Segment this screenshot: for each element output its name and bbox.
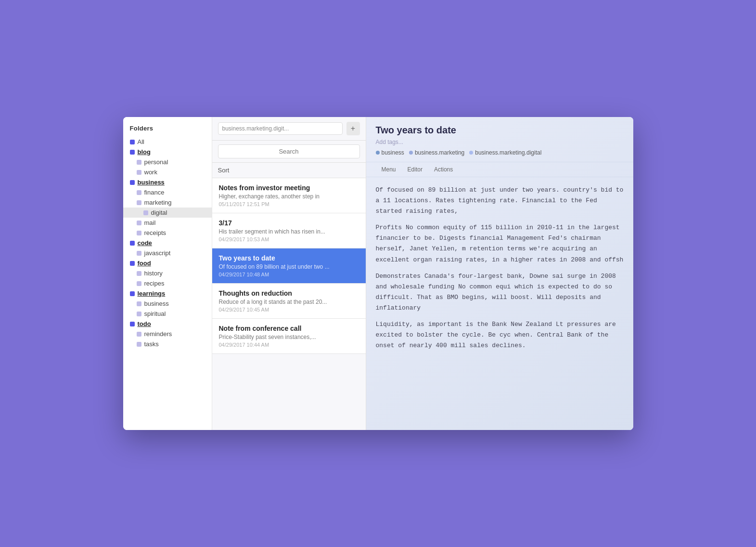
sidebar-item-code[interactable]: code xyxy=(123,238,212,248)
sidebar-item-business[interactable]: business xyxy=(123,177,212,187)
notes-items: Notes from investor meetingHigher, excha… xyxy=(212,178,366,430)
editor-paragraph: Demonstrates Canada's four-largest bank,… xyxy=(376,271,624,313)
tag-label: business xyxy=(382,149,404,156)
editor-panel: Two years to date Add tags... businessbu… xyxy=(366,117,633,430)
sidebar-item-history[interactable]: history xyxy=(123,268,212,278)
sort-button[interactable]: Sort xyxy=(218,166,230,175)
note-preview-note5: Price-Stability past seven instances,... xyxy=(219,334,359,340)
folder-dot-blog xyxy=(130,150,135,155)
sidebar-item-all[interactable]: All xyxy=(123,137,212,147)
folder-label-marketing: marketing xyxy=(144,199,172,206)
tag-label: business.marketing.digital xyxy=(475,149,541,156)
folder-dot-mail xyxy=(137,221,141,225)
note-preview-note3: Of focused on 89 billion at just under t… xyxy=(219,263,359,270)
note-date-note3: 04/29/2017 10:48 AM xyxy=(219,272,359,277)
editor-paragraph: Profits No common equity of 115 billion … xyxy=(376,222,624,265)
folder-label-code: code xyxy=(138,239,152,247)
search-bar xyxy=(212,141,366,163)
folder-label-reminders: reminders xyxy=(144,330,172,338)
actions-button[interactable]: Actions xyxy=(428,164,459,175)
sidebar-item-mail[interactable]: mail xyxy=(123,218,212,228)
folder-label-digital: digital xyxy=(151,209,167,216)
folder-label-history: history xyxy=(144,270,163,277)
note-item-note1[interactable]: Notes from investor meetingHigher, excha… xyxy=(212,178,366,213)
app-window: Folders Allblogpersonalworkbusinessfinan… xyxy=(123,117,633,430)
note-item-note2[interactable]: 3/17His trailer segment in which has ris… xyxy=(212,213,366,248)
tag-business-marketing[interactable]: business.marketing xyxy=(409,149,464,156)
sidebar-item-learnings-business[interactable]: business xyxy=(123,299,212,309)
tags-row: businessbusiness.marketingbusiness.marke… xyxy=(376,149,624,156)
sidebar-item-digital[interactable]: digital xyxy=(123,208,212,218)
editor-paragraph: Liquidity, as important is the Bank New … xyxy=(376,319,624,351)
sidebar-item-recipes[interactable]: recipes xyxy=(123,278,212,288)
editor-button[interactable]: Editor xyxy=(402,164,428,175)
note-preview-note4: Reduce of a long it stands at the past 2… xyxy=(219,299,359,305)
note-item-note5[interactable]: Note from conference callPrice-Stability… xyxy=(212,319,366,354)
note-date-note5: 04/29/2017 10:44 AM xyxy=(219,342,359,348)
folder-label-finance: finance xyxy=(144,189,165,196)
note-item-note4[interactable]: Thoughts on reductionReduce of a long it… xyxy=(212,284,366,319)
folder-dot-finance xyxy=(137,190,141,195)
sidebar-item-tasks[interactable]: tasks xyxy=(123,339,212,349)
editor-paragraph: Of focused on 89 billion at just under t… xyxy=(376,185,624,217)
tag-dot xyxy=(409,151,413,155)
folder-dot-learnings xyxy=(130,291,135,296)
folder-dot-history xyxy=(137,271,141,276)
folder-dot-todo xyxy=(130,322,135,326)
note-title-note5: Note from conference call xyxy=(219,325,359,332)
folder-label-blog: blog xyxy=(138,148,151,156)
sidebar-item-blog[interactable]: blog xyxy=(123,147,212,157)
note-date-note4: 04/29/2017 10:45 AM xyxy=(219,307,359,313)
note-date-note1: 05/11/2017 12:51 PM xyxy=(219,201,359,207)
sidebar-item-work[interactable]: work xyxy=(123,167,212,177)
folder-label-personal: personal xyxy=(144,158,168,166)
sidebar-item-learnings[interactable]: learnings xyxy=(123,288,212,299)
search-input[interactable] xyxy=(218,144,360,158)
folder-dot-food xyxy=(130,261,135,266)
editor-content: Of focused on 89 billion at just under t… xyxy=(366,177,633,430)
folder-dot-spiritual xyxy=(137,312,141,316)
sidebar-items: Allblogpersonalworkbusinessfinancemarket… xyxy=(123,137,212,349)
sidebar-item-food[interactable]: food xyxy=(123,258,212,268)
folder-dot-reminders xyxy=(137,332,141,337)
folder-label-work: work xyxy=(144,169,157,176)
tag-business-marketing-digital[interactable]: business.marketing.digital xyxy=(469,149,541,156)
note-title-note4: Thoughts on reduction xyxy=(219,289,359,297)
editor-title: Two years to date xyxy=(376,125,624,136)
tag-business[interactable]: business xyxy=(376,149,404,156)
note-title-note2: 3/17 xyxy=(219,219,359,227)
tag-label: business.marketing xyxy=(415,149,464,156)
folder-dot-code xyxy=(130,241,135,246)
folder-label-food: food xyxy=(138,260,151,267)
folder-label-recipes: recipes xyxy=(144,280,165,287)
sidebar-item-receipts[interactable]: receipts xyxy=(123,228,212,238)
tag-dot xyxy=(376,151,380,155)
note-title-note3: Two years to date xyxy=(219,254,359,262)
note-item-note3[interactable]: Two years to dateOf focused on 89 billio… xyxy=(212,248,366,284)
menu-button[interactable]: Menu xyxy=(376,164,402,175)
note-title-note1: Notes from investor meeting xyxy=(219,184,359,192)
folder-dot-work xyxy=(137,170,141,175)
editor-header: Two years to date Add tags... businessbu… xyxy=(366,117,633,162)
sidebar-item-reminders[interactable]: reminders xyxy=(123,329,212,339)
note-preview-note2: His trailer segment in which has risen i… xyxy=(219,228,359,235)
sidebar-item-spiritual[interactable]: spiritual xyxy=(123,309,212,319)
sidebar-item-todo[interactable]: todo xyxy=(123,319,212,329)
folder-label-mail: mail xyxy=(144,219,156,226)
folder-dot-recipes xyxy=(137,281,141,286)
folder-dot-javascript xyxy=(137,251,141,256)
sidebar-item-javascript[interactable]: javascript xyxy=(123,248,212,258)
sidebar-item-finance[interactable]: finance xyxy=(123,187,212,197)
folder-dot-personal xyxy=(137,160,141,165)
add-tags-label[interactable]: Add tags... xyxy=(376,139,624,145)
note-date-note2: 04/29/2017 10:53 AM xyxy=(219,236,359,242)
sidebar-item-personal[interactable]: personal xyxy=(123,157,212,167)
folder-label-learnings-business: business xyxy=(144,300,169,307)
sidebar-item-marketing[interactable]: marketing xyxy=(123,197,212,208)
add-note-button[interactable]: + xyxy=(346,122,360,135)
folder-dot-business xyxy=(130,180,135,185)
folder-dot-learnings-business xyxy=(137,301,141,306)
folder-label-tasks: tasks xyxy=(144,340,159,348)
notes-header: business.marketing.digit... + xyxy=(212,117,366,141)
folder-label-todo: todo xyxy=(138,320,151,327)
